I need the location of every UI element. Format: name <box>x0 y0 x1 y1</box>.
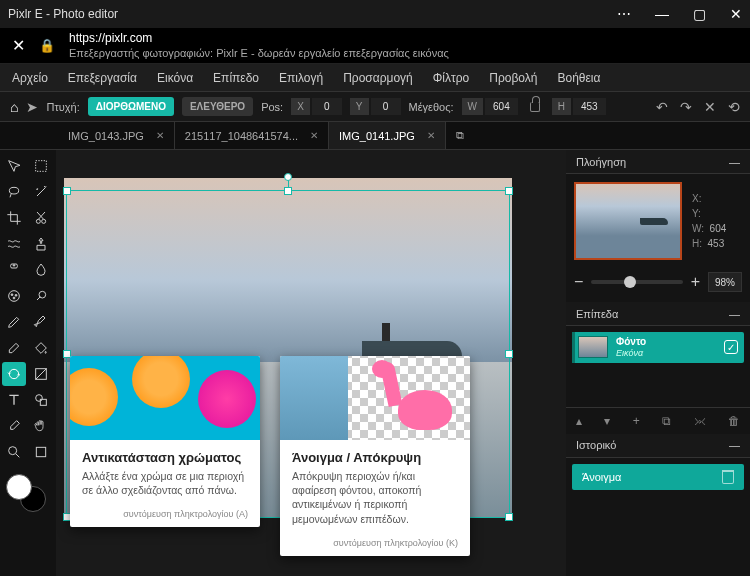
eraser-tool[interactable] <box>2 336 26 360</box>
cutout-tool[interactable] <box>29 206 53 230</box>
navigator-thumbnail[interactable] <box>574 182 682 260</box>
fill-tool[interactable] <box>29 336 53 360</box>
handle-tm[interactable] <box>284 187 292 195</box>
draw-tool[interactable] <box>2 310 26 334</box>
tab-close-icon[interactable]: ✕ <box>427 130 435 141</box>
cursor-icon[interactable]: ➤ <box>26 99 38 115</box>
blur-tool[interactable] <box>29 258 53 282</box>
layer-up-icon[interactable]: ▴ <box>576 414 582 428</box>
tab-close-icon[interactable]: ✕ <box>156 130 164 141</box>
zoom-value[interactable]: 98% <box>708 272 742 292</box>
pos-y-input[interactable]: 0 <box>371 98 401 115</box>
file-tab-1[interactable]: 215117_1048641574...✕ <box>175 122 329 149</box>
tooltip-desc: Αλλάξτε ένα χρώμα σε μια περιοχή σε άλλο… <box>82 469 248 497</box>
trash-icon[interactable] <box>722 470 734 484</box>
menu-view[interactable]: Προβολή <box>489 71 537 85</box>
shape-tool[interactable] <box>29 388 53 412</box>
zoom-in-button[interactable]: + <box>691 273 700 291</box>
color-swatches[interactable] <box>2 474 54 514</box>
menu-filter[interactable]: Φίλτρο <box>433 71 469 85</box>
marquee-tool[interactable] <box>29 154 53 178</box>
foreground-color[interactable] <box>6 474 32 500</box>
picker-tool[interactable] <box>2 414 26 438</box>
layer-thumbnail[interactable] <box>578 336 608 358</box>
maximize-icon[interactable]: ▢ <box>693 6 706 22</box>
handle-tl[interactable] <box>63 187 71 195</box>
hand-tool[interactable] <box>29 414 53 438</box>
zoom-out-button[interactable]: − <box>574 273 583 291</box>
handle-br[interactable] <box>505 513 513 521</box>
nav-panel-title: Πλοήγηση <box>576 156 626 168</box>
home-icon[interactable]: ⌂ <box>10 99 18 115</box>
undo-icon[interactable]: ↶ <box>656 99 668 115</box>
layer-add-icon[interactable]: + <box>633 414 640 428</box>
history-panel-header[interactable]: Ιστορικό — <box>566 434 750 458</box>
menu-help[interactable]: Βοήθεια <box>557 71 600 85</box>
replace-color-tool[interactable] <box>2 362 26 386</box>
sponge-tool[interactable] <box>2 284 26 308</box>
fold-free-button[interactable]: ΕΛΕΥΘΕΡΟ <box>182 97 253 116</box>
aspect-lock-icon[interactable] <box>530 102 540 112</box>
zoom-tool[interactable] <box>2 440 26 464</box>
tooltip-replace-color: Αντικατάσταση χρώματος Αλλάξτε ένα χρώμα… <box>70 356 260 527</box>
file-tab-2-label: IMG_0141.JPG <box>339 130 415 142</box>
layer-dup-icon[interactable]: ⧉ <box>662 414 671 428</box>
wand-tool[interactable] <box>29 180 53 204</box>
layer-item[interactable]: Φόντο Εικόνα <box>572 332 744 363</box>
tab-close-icon[interactable]: ✕ <box>310 130 318 141</box>
size-h-input[interactable]: 453 <box>573 98 606 115</box>
arrange-tool[interactable] <box>2 154 26 178</box>
handle-tr[interactable] <box>505 187 513 195</box>
menu-select[interactable]: Επιλογή <box>279 71 323 85</box>
url-info: https://pixlr.com Επεξεργαστής φωτογραφι… <box>69 31 449 61</box>
fold-fixed-button[interactable]: ΔΙΟΡΘΩΜΕΝΟ <box>88 97 174 116</box>
clone-tool[interactable] <box>29 232 53 256</box>
svg-point-7 <box>15 294 17 296</box>
handle-mr[interactable] <box>505 350 513 358</box>
layer-delete-icon[interactable]: 🗑 <box>728 414 740 428</box>
heal-tool[interactable] <box>2 258 26 282</box>
close-icon[interactable]: ✕ <box>730 6 742 22</box>
menu-file[interactable]: Αρχείο <box>12 71 48 85</box>
collapse-icon[interactable]: — <box>729 439 740 451</box>
text-tool[interactable] <box>2 388 26 412</box>
canvas-area[interactable]: Αντικατάσταση χρώματος Αλλάξτε ένα χρώμα… <box>56 150 566 576</box>
layers-panel-header[interactable]: Επίπεδα — <box>566 302 750 326</box>
collapse-icon[interactable]: — <box>729 156 740 168</box>
gradient-tool[interactable] <box>29 362 53 386</box>
reset-icon[interactable]: ⟲ <box>728 99 740 115</box>
layer-merge-icon[interactable]: ⩙ <box>694 414 706 428</box>
lasso-tool[interactable] <box>2 180 26 204</box>
menu-edit[interactable]: Επεξεργασία <box>68 71 137 85</box>
back-close-icon[interactable]: ✕ <box>12 36 25 55</box>
dodge-tool[interactable] <box>29 284 53 308</box>
menu-adjust[interactable]: Προσαρμογή <box>343 71 413 85</box>
more-icon[interactable]: ⋯ <box>617 6 631 22</box>
pos-x-input[interactable]: 0 <box>312 98 342 115</box>
redo-icon[interactable]: ↷ <box>680 99 692 115</box>
layer-visibility-toggle[interactable] <box>724 340 738 354</box>
file-tab-2[interactable]: IMG_0141.JPG✕ <box>329 122 446 149</box>
close-panel-icon[interactable]: ✕ <box>704 99 716 115</box>
size-w-input[interactable]: 604 <box>485 98 518 115</box>
lock-icon: 🔒 <box>39 38 55 53</box>
collapse-icon[interactable]: — <box>729 308 740 320</box>
file-tab-0[interactable]: IMG_0143.JPG✕ <box>58 122 175 149</box>
zoom-slider[interactable] <box>591 280 682 284</box>
rotate-handle[interactable] <box>284 173 292 181</box>
layer-down-icon[interactable]: ▾ <box>604 414 610 428</box>
size-label: Μέγεθος: <box>409 101 454 113</box>
pen-tool[interactable] <box>29 310 53 334</box>
minimize-icon[interactable]: ― <box>655 6 669 22</box>
compare-icon[interactable]: ⧉ <box>446 122 474 149</box>
frame-tool[interactable] <box>29 440 53 464</box>
liquify-tool[interactable] <box>2 232 26 256</box>
window-title: Pixlr E - Photo editor <box>8 7 617 21</box>
svg-point-3 <box>42 219 46 223</box>
nav-panel-header[interactable]: Πλοήγηση — <box>566 150 750 174</box>
history-item[interactable]: Άνοιγμα <box>572 464 744 490</box>
menu-image[interactable]: Εικόνα <box>157 71 193 85</box>
crop-tool[interactable] <box>2 206 26 230</box>
menu-layer[interactable]: Επίπεδο <box>213 71 259 85</box>
history-panel-title: Ιστορικό <box>576 439 616 451</box>
